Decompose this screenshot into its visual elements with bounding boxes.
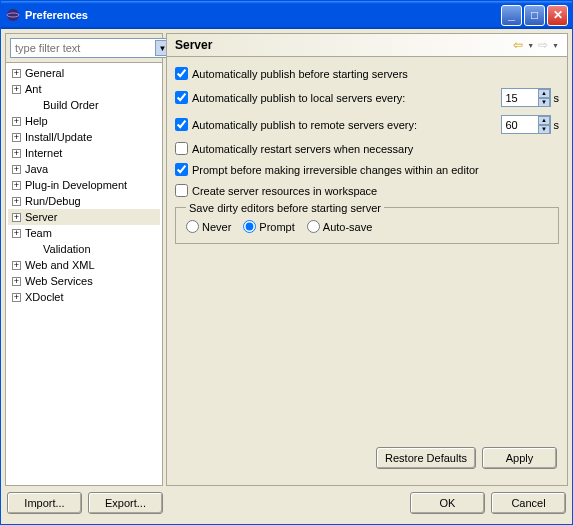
expander-icon[interactable]: +: [12, 181, 21, 190]
export-button[interactable]: Export...: [88, 492, 163, 514]
expander-icon[interactable]: +: [12, 69, 21, 78]
auto-restart-checkbox[interactable]: [175, 142, 188, 155]
expander-icon[interactable]: +: [12, 165, 21, 174]
expander-icon[interactable]: +: [12, 261, 21, 270]
tree-item-label: XDoclet: [25, 291, 64, 303]
dirty-autosave-radio[interactable]: [307, 220, 320, 233]
local-down-icon[interactable]: ▼: [538, 98, 549, 107]
remote-down-icon[interactable]: ▼: [538, 125, 549, 134]
create-resources-label[interactable]: Create server resources in workspace: [192, 185, 377, 197]
left-pane: ▼ ✎ +General+AntBuild Order+Help+Install…: [5, 33, 163, 486]
local-interval-spinner[interactable]: ▲▼: [501, 88, 551, 107]
tree-item-server[interactable]: +Server: [8, 209, 160, 225]
tree-item-java[interactable]: +Java: [8, 161, 160, 177]
tree-item-label: Help: [25, 115, 48, 127]
dirty-never-option[interactable]: Never: [186, 220, 231, 233]
local-interval-input[interactable]: [502, 91, 539, 105]
tree-item-label: Ant: [25, 83, 42, 95]
tree-item-web-and-xml[interactable]: +Web and XML: [8, 257, 160, 273]
apply-button[interactable]: Apply: [482, 447, 557, 469]
import-button[interactable]: Import...: [7, 492, 82, 514]
page-title: Server: [175, 38, 511, 52]
tree-item-install-update[interactable]: +Install/Update: [8, 129, 160, 145]
close-button[interactable]: ✕: [547, 5, 568, 26]
expander-icon[interactable]: +: [12, 149, 21, 158]
tree-item-web-services[interactable]: +Web Services: [8, 273, 160, 289]
eclipse-icon: [5, 7, 21, 23]
expander-icon[interactable]: +: [12, 293, 21, 302]
expander-icon[interactable]: +: [12, 117, 21, 126]
forward-icon[interactable]: ⇨: [536, 38, 550, 52]
cancel-button[interactable]: Cancel: [491, 492, 566, 514]
tree-item-run-debug[interactable]: +Run/Debug: [8, 193, 160, 209]
remote-unit: s: [554, 119, 560, 131]
tree-item-label: Internet: [25, 147, 62, 159]
back-menu-icon[interactable]: ▼: [527, 42, 534, 49]
tree-item-general[interactable]: +General: [8, 65, 160, 81]
tree-item-label: Web and XML: [25, 259, 95, 271]
tree-item-build-order[interactable]: Build Order: [8, 97, 160, 113]
maximize-button[interactable]: □: [524, 5, 545, 26]
local-up-icon[interactable]: ▲: [538, 89, 549, 98]
restore-defaults-button[interactable]: Restore Defaults: [376, 447, 476, 469]
ok-button[interactable]: OK: [410, 492, 485, 514]
right-pane: Server ⇦▼ ⇨▼ Automatically publish befor…: [166, 33, 568, 486]
tree-item-label: Java: [25, 163, 48, 175]
auto-publish-start-checkbox[interactable]: [175, 67, 188, 80]
expander-icon[interactable]: +: [12, 197, 21, 206]
auto-publish-remote-checkbox[interactable]: [175, 118, 188, 131]
auto-publish-remote-label[interactable]: Automatically publish to remote servers …: [192, 119, 417, 131]
expander-icon[interactable]: +: [12, 85, 21, 94]
preference-tree[interactable]: +General+AntBuild Order+Help+Install/Upd…: [6, 62, 162, 485]
tree-item-xdoclet[interactable]: +XDoclet: [8, 289, 160, 305]
forward-menu-icon[interactable]: ▼: [552, 42, 559, 49]
window-title: Preferences: [25, 9, 501, 21]
expander-icon[interactable]: +: [12, 213, 21, 222]
dirty-never-radio[interactable]: [186, 220, 199, 233]
tree-item-label: Install/Update: [25, 131, 92, 143]
back-icon[interactable]: ⇦: [511, 38, 525, 52]
tree-item-help[interactable]: +Help: [8, 113, 160, 129]
tree-item-internet[interactable]: +Internet: [8, 145, 160, 161]
titlebar[interactable]: Preferences _ □ ✕: [1, 1, 572, 29]
create-resources-checkbox[interactable]: [175, 184, 188, 197]
tree-item-label: Team: [25, 227, 52, 239]
auto-restart-label[interactable]: Automatically restart servers when neces…: [192, 143, 413, 155]
tree-item-ant[interactable]: +Ant: [8, 81, 160, 97]
prompt-irreversible-label[interactable]: Prompt before making irreversible change…: [192, 164, 479, 176]
remote-interval-spinner[interactable]: ▲▼: [501, 115, 551, 134]
tree-item-label: Plug-in Development: [25, 179, 127, 191]
tree-item-label: Server: [25, 211, 57, 223]
tree-item-plug-in-development[interactable]: +Plug-in Development: [8, 177, 160, 193]
filter-combo[interactable]: ▼: [10, 38, 173, 58]
svg-point-0: [7, 9, 19, 21]
dirty-editors-group: Save dirty editors before starting serve…: [175, 207, 559, 244]
expander-icon[interactable]: +: [12, 229, 21, 238]
tree-item-team[interactable]: +Team: [8, 225, 160, 241]
minimize-button[interactable]: _: [501, 5, 522, 26]
dirty-autosave-option[interactable]: Auto-save: [307, 220, 373, 233]
remote-interval-input[interactable]: [502, 118, 539, 132]
tree-item-label: Run/Debug: [25, 195, 81, 207]
tree-item-label: General: [25, 67, 64, 79]
tree-item-label: Validation: [43, 243, 91, 255]
expander-icon[interactable]: +: [12, 133, 21, 142]
tree-item-validation[interactable]: Validation: [8, 241, 160, 257]
dirty-prompt-option[interactable]: Prompt: [243, 220, 294, 233]
remote-up-icon[interactable]: ▲: [538, 116, 549, 125]
dirty-legend: Save dirty editors before starting serve…: [186, 202, 384, 214]
auto-publish-local-checkbox[interactable]: [175, 91, 188, 104]
filter-input[interactable]: [13, 41, 155, 55]
expander-icon[interactable]: +: [12, 277, 21, 286]
local-unit: s: [554, 92, 560, 104]
tree-item-label: Web Services: [25, 275, 93, 287]
tree-item-label: Build Order: [43, 99, 99, 111]
prompt-irreversible-checkbox[interactable]: [175, 163, 188, 176]
auto-publish-start-label[interactable]: Automatically publish before starting se…: [192, 68, 408, 80]
auto-publish-local-label[interactable]: Automatically publish to local servers e…: [192, 92, 405, 104]
dirty-prompt-radio[interactable]: [243, 220, 256, 233]
